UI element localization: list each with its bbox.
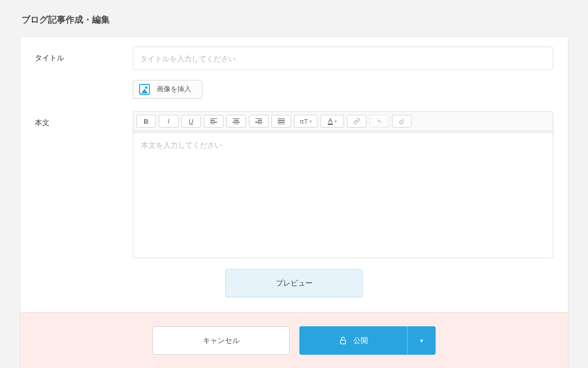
publish-dropdown-button[interactable]: ▼	[407, 326, 436, 355]
unlock-icon	[339, 336, 347, 345]
body-textarea[interactable]	[133, 133, 553, 256]
bold-icon: B	[144, 118, 148, 125]
underline-icon: U	[189, 118, 193, 125]
italic-icon: I	[168, 117, 170, 125]
align-justify-icon	[278, 118, 285, 124]
body-label: 本文	[35, 111, 113, 128]
align-right-icon	[255, 118, 262, 124]
svg-rect-0	[341, 340, 346, 344]
underline-button[interactable]: U	[181, 115, 201, 128]
align-left-button[interactable]	[204, 115, 223, 128]
preview-button[interactable]: プレビュー	[225, 269, 363, 297]
caret-down-icon: ▼	[419, 338, 424, 343]
title-input[interactable]	[133, 47, 553, 70]
action-footer: キャンセル 公開 ▼	[20, 312, 568, 368]
publish-label: 公開	[353, 336, 368, 345]
publish-button-group: 公開 ▼	[299, 326, 436, 355]
cancel-button[interactable]: キャンセル	[152, 326, 290, 355]
caret-down-icon: ▾	[335, 119, 337, 124]
font-size-icon: πT	[300, 118, 308, 125]
italic-button[interactable]: I	[159, 115, 178, 128]
title-label: タイトル	[35, 47, 113, 63]
align-center-button[interactable]	[226, 115, 246, 128]
font-color-icon: A	[328, 118, 333, 125]
publish-button[interactable]: 公開	[299, 326, 407, 355]
link-icon	[353, 118, 360, 125]
clear-format-button[interactable]	[392, 115, 412, 128]
eraser-icon	[398, 118, 405, 125]
insert-image-label: 画像を挿入	[157, 85, 191, 94]
unlink-button	[369, 115, 389, 128]
align-right-button[interactable]	[249, 115, 269, 128]
align-left-icon	[210, 118, 217, 124]
rich-text-editor: B I U	[133, 111, 553, 258]
page-title: ブログ記事作成・編集	[22, 14, 568, 26]
editor-card: タイトル 画像を挿入 本文 B I U	[20, 36, 568, 368]
image-icon	[139, 84, 150, 95]
font-color-button[interactable]: A▾	[320, 115, 344, 128]
editor-toolbar: B I U	[133, 112, 553, 131]
insert-image-button[interactable]: 画像を挿入	[133, 80, 202, 99]
caret-down-icon: ▾	[310, 119, 312, 124]
link-button[interactable]	[347, 115, 367, 128]
font-size-button[interactable]: πT▾	[294, 115, 318, 128]
align-center-icon	[233, 118, 240, 124]
bold-button[interactable]: B	[136, 115, 156, 128]
unlink-icon	[376, 118, 383, 125]
align-justify-button[interactable]	[271, 115, 291, 128]
